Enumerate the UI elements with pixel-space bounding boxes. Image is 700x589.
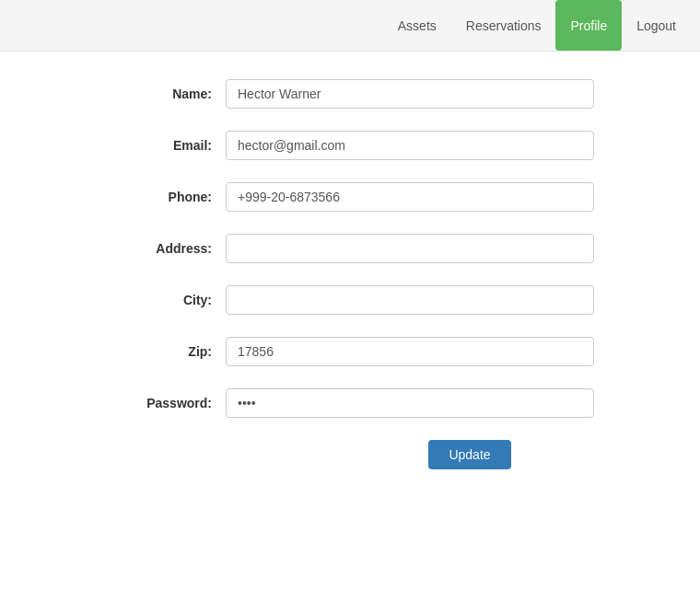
phone-label: Phone: — [106, 190, 226, 204]
address-input[interactable] — [226, 234, 594, 263]
nav-assets[interactable]: Assets — [383, 0, 451, 51]
zip-field-group: Zip: — [0, 337, 700, 366]
phone-input[interactable] — [226, 182, 594, 212]
address-field-group: Address: — [0, 234, 700, 263]
zip-label: Zip: — [106, 344, 226, 359]
name-label: Name: — [106, 87, 226, 101]
email-input[interactable] — [226, 131, 594, 160]
email-label: Email: — [106, 138, 226, 153]
update-button[interactable]: Update — [428, 440, 510, 469]
profile-form-container: Name: Email: Phone: Address: City: Zip: … — [0, 52, 700, 497]
city-field-group: City: — [0, 285, 700, 315]
password-input[interactable] — [226, 388, 594, 418]
nav-reservations[interactable]: Reservations — [451, 0, 556, 51]
name-field-group: Name: — [0, 79, 700, 109]
form-actions: Update — [0, 440, 700, 469]
email-field-group: Email: — [0, 131, 700, 160]
zip-input[interactable] — [226, 337, 594, 366]
phone-field-group: Phone: — [0, 182, 700, 212]
nav-profile[interactable]: Profile — [555, 0, 622, 51]
address-label: Address: — [106, 241, 226, 256]
name-input[interactable] — [226, 79, 594, 109]
navbar: Assets Reservations Profile Logout — [0, 0, 700, 52]
password-field-group: Password: — [0, 388, 700, 418]
city-input[interactable] — [226, 285, 594, 315]
nav-logout[interactable]: Logout — [622, 0, 691, 51]
city-label: City: — [106, 293, 226, 307]
password-label: Password: — [106, 396, 226, 410]
